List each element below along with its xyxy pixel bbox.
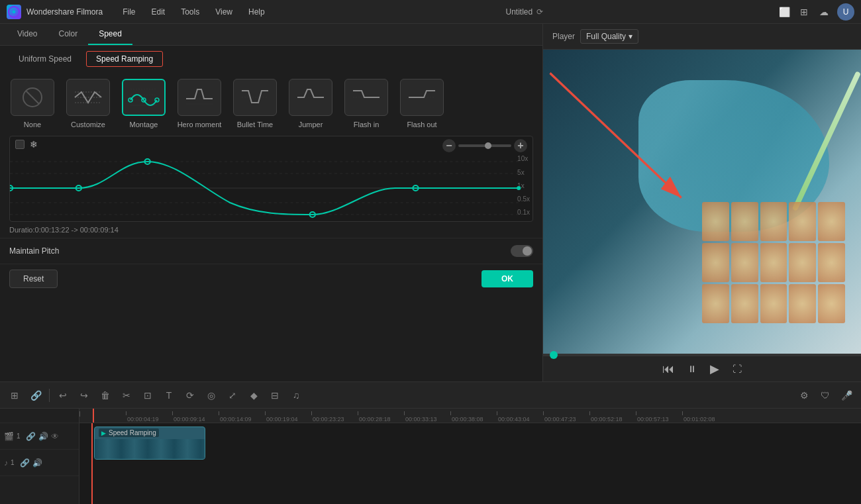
tab-speed[interactable]: Speed <box>88 24 132 45</box>
rewind-button[interactable]: ⏮ <box>662 362 674 376</box>
user-icon[interactable]: U <box>837 3 854 21</box>
ruler-mark-0 <box>79 409 126 423</box>
lab-wells-visual <box>702 202 845 324</box>
well-10 <box>818 243 845 282</box>
track-audio-speaker-icon[interactable]: 🔊 <box>32 458 42 468</box>
preset-none-label: None <box>24 120 41 129</box>
monitor-icon[interactable]: ⬜ <box>778 5 791 19</box>
preset-montage-label: Montage <box>130 120 158 129</box>
logo-area: Wondershare Filmora <box>7 5 103 19</box>
menu-bar: Wondershare Filmora File Edit Tools View… <box>0 0 861 24</box>
zoom-slider[interactable] <box>458 144 511 147</box>
tl-rotate-btn[interactable]: ⟳ <box>182 387 198 403</box>
zoom-slider-thumb <box>485 142 491 149</box>
tl-link-btn[interactable]: 🔗 <box>28 387 44 403</box>
video-content <box>543 50 861 354</box>
snowflake-icon[interactable]: ❄ <box>30 139 38 150</box>
video-clip-block[interactable]: ▶ Speed Ramping <box>94 427 205 460</box>
preset-flash-in[interactable]: Flash in <box>343 79 389 129</box>
tl-crop-btn[interactable]: ⊡ <box>140 387 156 403</box>
graph-checkbox[interactable] <box>15 140 25 149</box>
preset-jumper-icon <box>289 79 332 116</box>
ruler-mark-4: 00:00:19:04 <box>265 409 311 423</box>
tl-cut-btn[interactable]: ✂ <box>119 387 134 403</box>
cloud-icon[interactable]: ☁ <box>817 5 831 19</box>
player-progress-bar[interactable] <box>543 354 861 356</box>
graph-controls: − + <box>442 139 527 152</box>
tl-shield-btn[interactable]: 🛡 <box>817 387 833 403</box>
ruler-mark-line-6 <box>358 411 358 415</box>
tl-undo-btn[interactable]: ↩ <box>55 387 71 403</box>
ruler-mark-line-9 <box>497 411 497 415</box>
player-progress-thumb <box>550 351 558 359</box>
tl-divider-1 <box>49 389 50 402</box>
timeline-playhead <box>93 409 94 423</box>
reset-button[interactable]: Reset <box>9 270 58 288</box>
tl-redo-btn[interactable]: ↪ <box>76 387 92 403</box>
tl-mic-btn[interactable]: 🎤 <box>838 387 854 403</box>
track-speaker-icon[interactable]: 🔊 <box>38 432 48 441</box>
quality-select[interactable]: Full Quality ▾ <box>580 29 638 44</box>
menu-edit[interactable]: Edit <box>145 5 172 19</box>
zoom-out-btn[interactable]: − <box>442 139 456 152</box>
tab-video[interactable]: Video <box>7 24 48 45</box>
preset-bullet-time[interactable]: Bullet Time <box>232 79 278 129</box>
maintain-pitch-toggle[interactable] <box>511 245 533 257</box>
sub-tab-ramping[interactable]: Speed Ramping <box>86 51 163 67</box>
svg-point-29 <box>517 186 521 190</box>
preset-customize[interactable]: Customize <box>65 79 111 129</box>
track-eye-icon[interactable]: 👁 <box>51 432 59 441</box>
preset-jumper[interactable]: Jumper <box>287 79 334 129</box>
tl-settings-btn[interactable]: ⚙ <box>796 387 812 403</box>
ruler-mark-7: 00:00:33:13 <box>404 409 450 423</box>
tl-effects-btn[interactable]: ◎ <box>203 387 219 403</box>
preset-flash-out[interactable]: Flash out <box>399 79 445 129</box>
preset-bullet-time-label: Bullet Time <box>237 120 273 129</box>
well-2 <box>731 202 758 241</box>
timeline-toolbar: ⊞ 🔗 ↩ ↪ 🗑 ✂ ⊡ T ⟳ ◎ ⤢ ◆ ⊟ ♫ ⚙ 🛡 🎤 <box>0 382 861 409</box>
track-link-icon[interactable]: 🔗 <box>26 432 36 441</box>
menu-view[interactable]: View <box>209 5 239 19</box>
tl-text-btn[interactable]: T <box>161 387 177 403</box>
playhead-indicator <box>91 423 93 504</box>
video-track: ▶ Speed Ramping <box>79 423 861 463</box>
tl-split-btn[interactable]: ⊟ <box>267 387 283 403</box>
ruler-mark-label-13: 00:01:02:08 <box>684 416 715 423</box>
tl-motion-btn[interactable]: ⤢ <box>225 387 240 403</box>
chevron-down-icon: ▾ <box>629 32 633 41</box>
track-header-video1: 🎬 1 🔗 🔊 👁 <box>0 423 79 450</box>
play-button[interactable]: ▶ <box>710 362 719 376</box>
well-15 <box>818 284 845 323</box>
track-audio-link-icon[interactable]: 🔗 <box>20 458 30 468</box>
ruler-mark-line-13 <box>682 411 683 415</box>
track-video-label: 1 <box>17 432 21 440</box>
fullscreen-button[interactable]: ⛶ <box>733 364 742 374</box>
menu-help[interactable]: Help <box>242 5 272 19</box>
clip-speed-icon: ▶ <box>101 430 106 436</box>
tl-audio-btn[interactable]: ♫ <box>288 387 304 403</box>
tab-color[interactable]: Color <box>48 24 88 45</box>
well-9 <box>789 243 816 282</box>
preset-montage[interactable]: Montage <box>121 79 167 129</box>
player-controls: ⏮ ⏸ ▶ ⛶ <box>543 356 861 381</box>
preset-customize-label: Customize <box>71 120 105 129</box>
ruler-mark-6: 00:00:28:18 <box>358 409 404 423</box>
ok-button[interactable]: OK <box>481 270 533 287</box>
ruler-mark-line-2 <box>172 411 173 415</box>
sub-tab-uniform[interactable]: Uniform Speed <box>9 52 81 66</box>
timeline-body: 🎬 1 🔗 🔊 👁 ♪ 1 🔗 🔊 <box>0 409 861 504</box>
ruler-mark-8: 00:00:38:08 <box>450 409 497 423</box>
menu-tools[interactable]: Tools <box>174 5 206 19</box>
tl-add-track-btn[interactable]: ⊞ <box>7 387 23 403</box>
preset-flash-in-label: Flash in <box>354 120 380 129</box>
ruler-mark-13: 00:01:02:08 <box>682 409 729 423</box>
grid-icon[interactable]: ⊞ <box>797 5 811 19</box>
preset-none[interactable]: None <box>9 79 56 129</box>
frame-back-button[interactable]: ⏸ <box>687 364 697 374</box>
tl-delete-btn[interactable]: 🗑 <box>97 387 113 403</box>
zoom-in-btn[interactable]: + <box>514 139 527 152</box>
tl-keyframe-btn[interactable]: ◆ <box>246 387 262 403</box>
ruler-mark-line-1 <box>126 411 127 415</box>
menu-file[interactable]: File <box>116 5 142 19</box>
preset-hero-moment[interactable]: Hero moment <box>176 79 223 129</box>
